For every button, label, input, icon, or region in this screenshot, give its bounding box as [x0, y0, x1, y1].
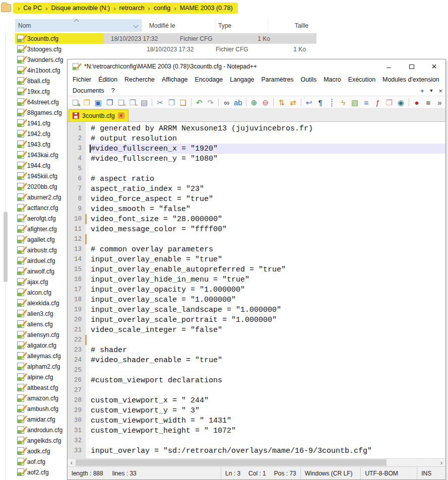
status-insert-mode[interactable]: INS: [417, 467, 439, 479]
print-icon[interactable]: ▤: [139, 97, 150, 108]
column-header-name[interactable]: Nom: [15, 19, 142, 32]
resize-grip[interactable]: [439, 467, 445, 479]
menu-item[interactable]: Modules d'extension: [379, 76, 443, 83]
breadcrumb-item[interactable]: Disque amovible (N:): [51, 5, 110, 12]
word-wrap-icon[interactable]: ↩: [303, 97, 315, 108]
replace-icon[interactable]: ab: [232, 97, 244, 108]
breadcrumb-item[interactable]: config: [154, 5, 170, 12]
menu-item[interactable]: Édition: [95, 76, 121, 83]
record-macro-icon[interactable]: ●: [411, 97, 423, 108]
new-tab-button[interactable]: +: [420, 87, 424, 95]
sync-scroll-h-icon[interactable]: ⇄: [287, 97, 299, 108]
scrollbar-thumb[interactable]: [76, 459, 387, 466]
code-line[interactable]: 25: [68, 365, 445, 375]
file-monitoring-icon[interactable]: ◉: [395, 97, 407, 108]
titlebar[interactable]: *N:\retroarch\config\MAME 2003 (0.78)\3c…: [68, 59, 445, 74]
zoom-out-icon[interactable]: ⊖: [260, 97, 271, 108]
breadcrumb-item[interactable]: Ce PC: [23, 5, 42, 12]
menu-item[interactable]: Affichage: [158, 76, 191, 83]
code-line[interactable]: 13 # common overlay parameters: [68, 244, 445, 254]
code-line[interactable]: 17 input_overlay_opacity = "1.000000": [68, 285, 445, 295]
code-line[interactable]: 21 video_scale_integer = "false": [68, 325, 445, 335]
find-icon[interactable]: ∞: [221, 97, 232, 108]
code-line[interactable]: 26 #custom_viewport declarations: [68, 375, 445, 385]
code-line[interactable]: 27: [68, 385, 445, 395]
code-line[interactable]: 24 #video_shader_enable = "true": [68, 355, 445, 365]
code-line[interactable]: 20 input_overlay_scale_portrait = "1.000…: [68, 315, 445, 325]
sync-scroll-v-icon[interactable]: ⇅: [276, 97, 287, 108]
status-eol[interactable]: Windows (CR LF): [301, 467, 361, 479]
menu-item[interactable]: Encodage: [191, 76, 226, 83]
scroll-right-arrow-icon[interactable]: ›: [437, 459, 445, 466]
code-line[interactable]: 15 input_overlay_enable_autopreferred = …: [68, 264, 445, 275]
menu-item[interactable]: Langage: [226, 76, 258, 83]
menu-item[interactable]: Outils: [297, 76, 321, 83]
code-line[interactable]: 23 # shader: [68, 345, 445, 355]
code-line[interactable]: 3 #video_fullscreen_x = "1920": [68, 144, 445, 154]
code-line[interactable]: 10 video_font_size = "28.000000": [68, 214, 445, 224]
cut-icon[interactable]: ✂: [154, 97, 166, 108]
code-editor[interactable]: 1 # generated by ARRM Nexusone13 (jujuvi…: [68, 122, 445, 458]
open-folder-icon[interactable]: ❒: [81, 97, 93, 108]
code-line[interactable]: 11 video_message_color = "ffff00": [68, 224, 445, 234]
code-line[interactable]: 16 input_overlay_hide_in_menu = "true": [68, 275, 445, 285]
file-row[interactable]: 3stooges.cfg 18/10/2023 17:32 Fichier CF…: [15, 44, 316, 54]
new-file-icon[interactable]: ❏ +: [70, 97, 81, 108]
menu-item[interactable]: Fichier: [69, 76, 95, 83]
code-line[interactable]: 18 input_overlay_scale = "1.000000": [68, 295, 445, 305]
menu-item[interactable]: Documents: [69, 87, 108, 94]
close-doc-icon[interactable]: ❏ −: [115, 97, 127, 108]
code-line[interactable]: 7 aspect_ratio_index = "23": [68, 184, 445, 194]
code-line[interactable]: 28 custom_viewport_x = " 244": [68, 395, 445, 405]
tab-list-button[interactable]: ▼: [429, 88, 433, 93]
code-line[interactable]: 9 video_smooth = "false": [68, 204, 445, 214]
indent-guide-icon[interactable]: ┊: [326, 97, 338, 108]
code-line[interactable]: 2 # output resolution: [68, 133, 445, 144]
menu-item[interactable]: Macro: [320, 76, 344, 83]
code-line[interactable]: 14 input_overlay_enable = "true": [68, 254, 445, 264]
code-line[interactable]: 29 custom_viewport_y = " 3": [68, 405, 445, 416]
code-line[interactable]: 5: [68, 164, 445, 174]
scrollbar-track[interactable]: [76, 459, 437, 466]
menu-item[interactable]: Recherche: [121, 76, 158, 83]
code-line[interactable]: 1 # generated by ARRM Nexusone13 (jujuvi…: [68, 123, 445, 133]
undo-icon[interactable]: ↶: [194, 97, 205, 108]
paste-icon[interactable]: ❑: [177, 97, 189, 108]
zoom-in-icon[interactable]: ⊕: [248, 97, 260, 108]
breadcrumb-item[interactable]: MAME 2003 (0.78): [180, 5, 233, 12]
code-line[interactable]: 32: [68, 436, 445, 446]
code-line[interactable]: 22: [68, 335, 445, 345]
code-line[interactable]: 8 video_force_aspect = "true": [68, 194, 445, 204]
code-line[interactable]: 6 # aspect ratio: [68, 174, 445, 184]
document-map-icon[interactable]: ▧: [349, 97, 361, 108]
column-header-size[interactable]: Taille: [268, 19, 313, 32]
stop-macro-icon[interactable]: ■: [422, 97, 434, 108]
filter-dropdown-icon[interactable]: [134, 23, 139, 28]
status-encoding[interactable]: UTF-8-BOM: [361, 467, 417, 479]
code-line[interactable]: 30 custom_viewport_width = " 1431": [68, 416, 445, 426]
column-header-modified[interactable]: Modifié le: [142, 19, 215, 32]
maximize-button[interactable]: [400, 59, 423, 74]
nav-scrollbar-thumb[interactable]: [4, 212, 8, 282]
menu-item[interactable]: ?: [108, 87, 118, 94]
toolbar-overflow-icon[interactable]: »: [434, 97, 445, 108]
menu-item[interactable]: Paramètres: [258, 76, 297, 83]
column-header-type[interactable]: Type: [215, 19, 268, 32]
function-list-icon[interactable]: ϟ: [338, 97, 349, 108]
file-row[interactable]: 3countb.cfg 18/10/2023 17:32 Fichier CFG…: [15, 33, 316, 44]
horizontal-scrollbar[interactable]: ‹ ›: [68, 458, 445, 466]
save-all-icon[interactable]: ❐: [104, 97, 115, 108]
close-tab-button[interactable]: ×: [438, 87, 442, 95]
tab-3countb[interactable]: 3countb.cfg ×: [69, 109, 129, 121]
code-line[interactable]: 12: [68, 234, 445, 244]
save-icon[interactable]: ▣: [93, 97, 104, 108]
scroll-left-arrow-icon[interactable]: ‹: [68, 459, 76, 466]
menu-item[interactable]: Exécution: [345, 76, 379, 83]
code-line[interactable]: 19 input_overlay_scale_landscape = "1.00…: [68, 305, 445, 315]
folder-workspace-icon[interactable]: ❒: [383, 97, 395, 108]
code-line[interactable]: 31 custom_viewport_height = " 1072": [68, 426, 445, 436]
code-line[interactable]: 33 input_overlay = "sd:/retroarch/overla…: [68, 446, 445, 456]
show-symbols-icon[interactable]: ¶: [314, 97, 326, 108]
macro-script-icon[interactable]: ƒ: [372, 97, 383, 108]
copy-icon[interactable]: ❐: [166, 97, 177, 108]
